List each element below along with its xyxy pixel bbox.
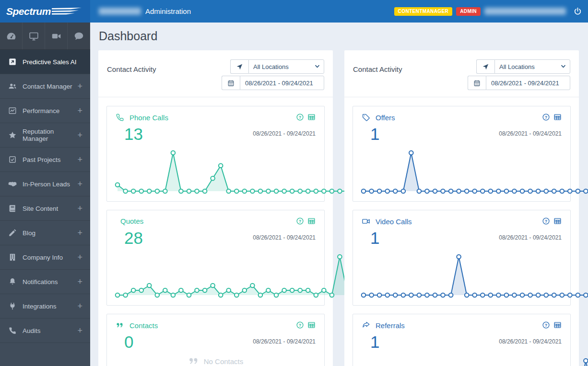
sidebar-icon-tabs bbox=[0, 23, 90, 50]
help-icon[interactable]: ? bbox=[542, 321, 550, 329]
sidebar-item-label: Contact Manager bbox=[23, 83, 72, 90]
table-view-icon[interactable] bbox=[553, 113, 562, 121]
metric-value: 1 bbox=[370, 229, 379, 246]
book-icon bbox=[8, 204, 17, 213]
help-icon[interactable]: ? bbox=[296, 217, 304, 225]
page-title: Dashboard bbox=[99, 29, 157, 43]
panel-body: Phone Calls?1308/26/2021 - 09/24/2021Quo… bbox=[98, 97, 333, 366]
expand-plus-icon[interactable]: + bbox=[77, 155, 82, 164]
help-icon[interactable]: ? bbox=[296, 321, 304, 329]
svg-text:?: ? bbox=[299, 115, 301, 120]
sidebar-item-past-projects[interactable]: Past Projects+ bbox=[0, 148, 90, 172]
sidebar-tab-chat-bubble[interactable] bbox=[68, 23, 90, 49]
sidebar-item-label: Company Info bbox=[23, 254, 63, 261]
expand-plus-icon[interactable]: + bbox=[77, 326, 82, 335]
page-title-bar: Dashboard bbox=[99, 23, 157, 50]
help-icon[interactable]: ? bbox=[296, 113, 304, 121]
panel-filters: All Locations bbox=[468, 59, 570, 90]
sidebar-item-label: Predictive Sales AI bbox=[23, 58, 77, 66]
metric-card-actions: ? bbox=[296, 321, 316, 329]
sparkline-chart bbox=[113, 147, 352, 195]
expand-plus-icon[interactable]: + bbox=[77, 180, 82, 188]
location-filter-group: All Locations bbox=[230, 59, 324, 74]
sidebar-item-contact-manager[interactable]: Contact Manager+ bbox=[0, 74, 90, 99]
metric-card-actions: ? bbox=[542, 321, 562, 329]
quote-right-icon bbox=[116, 321, 124, 330]
redacted-account-name bbox=[99, 8, 141, 15]
sidebar-item-in-person-leads[interactable]: In-Person Leads+ bbox=[0, 172, 90, 196]
location-select[interactable]: All Locations bbox=[248, 59, 324, 74]
contact-activity-panel-left: Contact Activity All Locations bbox=[98, 50, 333, 366]
metric-card-contacts: Contacts?008/26/2021 - 09/24/2021No Cont… bbox=[106, 314, 325, 366]
building-icon bbox=[8, 253, 17, 262]
help-icon[interactable]: ? bbox=[542, 113, 550, 121]
table-view-icon[interactable] bbox=[553, 321, 562, 329]
sidebar-tab-desktop[interactable] bbox=[23, 23, 45, 49]
handshake-icon bbox=[8, 180, 17, 188]
chart-line-icon bbox=[8, 106, 17, 115]
sidebar-tab-video-camera[interactable] bbox=[45, 23, 68, 49]
table-view-icon[interactable] bbox=[307, 217, 316, 225]
sidebar-tab-speedometer[interactable] bbox=[0, 23, 23, 49]
sidebar-item-label: Site Content bbox=[23, 205, 58, 212]
location-filter-group: All Locations bbox=[476, 59, 570, 74]
table-view-icon[interactable] bbox=[307, 113, 316, 121]
expand-plus-icon[interactable]: + bbox=[77, 82, 82, 91]
table-view-icon[interactable] bbox=[307, 321, 316, 329]
help-icon[interactable]: ? bbox=[542, 217, 550, 225]
expand-plus-icon[interactable]: + bbox=[77, 204, 82, 213]
metric-card-quotes: Quotes?2808/26/2021 - 09/24/2021 bbox=[106, 210, 325, 306]
sidebar-item-company-info[interactable]: Company Info+ bbox=[0, 245, 90, 270]
expand-plus-icon[interactable]: + bbox=[77, 253, 82, 262]
sidebar-item-performance[interactable]: Performance+ bbox=[0, 99, 90, 123]
header-user-area: CONTENTMANAGER ADMIN bbox=[394, 7, 588, 16]
metric-card-offers: Offers?108/26/2021 - 09/24/2021 bbox=[353, 106, 571, 202]
sidebar-item-notifications[interactable]: Notifications+ bbox=[0, 270, 90, 294]
brand-logo: Spectrum bbox=[0, 0, 90, 23]
panel-title: Contact Activity bbox=[353, 65, 402, 73]
expand-plus-icon[interactable]: + bbox=[77, 131, 82, 139]
sidebar-item-reputation-manager[interactable]: Reputation Manager+ bbox=[0, 123, 90, 148]
sidebar-item-label: Notifications bbox=[23, 278, 58, 286]
redacted-user-email bbox=[484, 8, 566, 15]
sidebar-item-site-content[interactable]: Site Content+ bbox=[0, 196, 90, 221]
svg-text:?: ? bbox=[299, 323, 301, 328]
empty-state: No Contacts bbox=[107, 355, 324, 366]
svg-text:?: ? bbox=[545, 323, 547, 328]
panel-heading: Contact Activity All Locations bbox=[98, 50, 333, 97]
expand-plus-icon[interactable]: + bbox=[77, 229, 82, 237]
expand-plus-icon[interactable]: + bbox=[77, 106, 82, 115]
video-outline-icon bbox=[362, 217, 370, 226]
metric-date-range: 08/26/2021 - 09/24/2021 bbox=[253, 338, 316, 345]
sidebar-item-integrations[interactable]: Integrations+ bbox=[0, 294, 90, 319]
location-select[interactable]: All Locations bbox=[494, 59, 570, 74]
metric-date-range: 08/26/2021 - 09/24/2021 bbox=[499, 234, 562, 241]
metric-date-range: 08/26/2021 - 09/24/2021 bbox=[499, 130, 562, 137]
svg-text:?: ? bbox=[545, 115, 547, 120]
date-range-input[interactable] bbox=[240, 76, 324, 90]
metric-card-referrals: Referrals?108/26/2021 - 09/24/2021 bbox=[353, 314, 571, 366]
metric-card-title: Contacts bbox=[129, 321, 158, 330]
calendar-icon bbox=[222, 76, 240, 90]
sidebar-item-audits[interactable]: Audits+ bbox=[0, 319, 90, 343]
users-icon bbox=[8, 82, 17, 91]
metric-value: 13 bbox=[124, 126, 143, 142]
sparkline-chart bbox=[113, 251, 352, 299]
empty-state-message: No Contacts bbox=[204, 357, 244, 366]
sparkline-chart bbox=[359, 147, 588, 195]
sidebar-item-label: Blog bbox=[23, 229, 35, 237]
sidebar-item-label: Past Projects bbox=[23, 156, 61, 163]
sparkline-chart bbox=[359, 355, 588, 366]
sidebar-item-blog[interactable]: Blog+ bbox=[0, 221, 90, 245]
table-view-icon[interactable] bbox=[553, 217, 562, 225]
logout-power-icon[interactable] bbox=[574, 7, 582, 15]
panel-title: Contact Activity bbox=[107, 65, 156, 73]
expand-plus-icon[interactable]: + bbox=[77, 302, 82, 310]
expand-plus-icon[interactable]: + bbox=[77, 277, 82, 286]
share-arrow-icon bbox=[362, 321, 370, 330]
date-range-input[interactable] bbox=[486, 76, 570, 90]
sidebar-item-predictive-sales-ai[interactable]: Predictive Sales AI bbox=[0, 50, 90, 74]
sparkline-chart bbox=[359, 251, 588, 299]
metric-card-title: Phone Calls bbox=[129, 114, 168, 122]
svg-text:?: ? bbox=[545, 219, 547, 224]
